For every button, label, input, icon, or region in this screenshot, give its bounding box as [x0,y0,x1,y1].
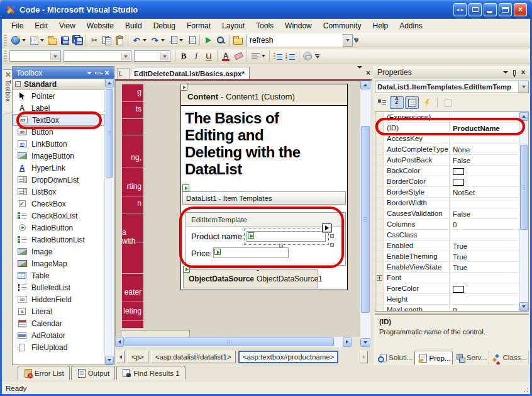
redo-button[interactable]: ↷ [148,34,161,47]
property-row[interactable]: CausesValidationFalse [375,208,519,219]
target-rule-combo[interactable] [9,50,61,62]
align-left-button[interactable] [249,50,262,62]
property-value[interactable]: NotSet [450,187,519,197]
property-value[interactable] [450,112,519,122]
panel-tab-classview[interactable]: Class... [489,351,529,365]
save-all-button[interactable] [71,34,84,47]
property-value[interactable]: ProductName [450,123,519,133]
menu-item-community[interactable]: Community [318,20,367,31]
nav-link-fragment[interactable]: leting [123,307,141,315]
window-position-button[interactable] [501,68,510,77]
property-value[interactable] [450,273,519,283]
cut-button[interactable]: ✂ [88,34,101,47]
property-row[interactable]: BorderStyleNotSet [375,187,519,198]
view-in-browser-button[interactable] [214,34,227,47]
bulleted-list-button[interactable] [272,50,284,62]
toolbox-item-literal[interactable]: aLiteral [13,305,104,317]
save-button[interactable] [58,34,71,47]
toolbox-item-button[interactable]: abButton [13,126,104,138]
auto-hide-pin-button[interactable] [510,68,519,77]
find-in-files-button[interactable] [231,34,244,47]
find-combo-input[interactable] [247,34,343,47]
panel-tab-solution[interactable]: Soluti... [375,351,414,365]
toolbox-item-radiobutton[interactable]: RadioButton [13,222,104,234]
window-popout-button[interactable] [468,3,482,16]
property-row[interactable]: AccessKey [375,133,519,144]
toolbar-grip[interactable] [4,35,7,46]
nav-link-fragment[interactable]: ts [136,105,141,113]
start-debugging-button[interactable] [202,34,214,47]
panel-tab-server[interactable]: Serv... [453,351,489,365]
menu-item-format[interactable]: Format [181,20,216,31]
toolbar-overflow-button[interactable] [315,54,319,59]
object-selector-combo[interactable]: DataList1.ItemTemplates.EditItemTemp [375,81,529,93]
toolbox-autohide-tab[interactable]: Toolbox [3,69,13,113]
navigate-backward-dropdown[interactable] [179,39,183,42]
edit-item-template-box[interactable]: EditItemTemplate Product name: [186,212,346,266]
product-name-textbox[interactable] [247,231,326,242]
open-file-button[interactable] [46,34,58,47]
property-value[interactable]: True [450,240,519,251]
toolbox-item-checkboxlist[interactable]: CheckBoxList [13,210,104,222]
editor-horizontal-scrollbar[interactable] [115,337,352,347]
foreground-color-button[interactable]: A [219,50,232,62]
toolbar-overflow-button[interactable] [354,38,358,43]
toolbox-item-bulletedlist[interactable]: BulletedList [13,281,104,293]
menu-item-layout[interactable]: Layout [216,20,250,31]
new-website-button[interactable] [9,34,22,47]
paste-button[interactable] [113,34,126,47]
menu-item-website[interactable]: Website [81,20,119,31]
scroll-up-button[interactable] [105,79,114,88]
object-selector-dropdown[interactable] [518,81,528,93]
property-row[interactable]: (Expressions) [375,112,519,123]
menu-item-debug[interactable]: Debug [148,20,181,31]
property-value[interactable]: False [450,208,519,218]
dock-tab-errorlist[interactable]: Error List [18,366,70,380]
numbered-list-button[interactable] [284,50,297,62]
property-row[interactable]: (ID)ProductName [375,123,519,133]
property-value[interactable]: 0 [450,219,519,229]
toolbox-item-image[interactable]: Image [13,246,104,257]
property-value[interactable]: True [450,262,519,272]
panel-tab-propsheet[interactable]: Prop... [414,351,452,365]
underline-button[interactable]: U [202,50,215,62]
copy-button[interactable] [101,34,113,47]
toolbox-scrollbar[interactable] [104,79,114,365]
redo-dropdown[interactable] [161,39,165,42]
menu-item-help[interactable]: Help [367,20,394,31]
price-textbox[interactable] [213,247,289,258]
scroll-left-button[interactable] [115,337,124,347]
scroll-up-button[interactable] [360,81,370,89]
scroll-right-button[interactable] [343,337,352,347]
toolbox-item-adrotator[interactable]: AdRotator [13,329,104,341]
property-row[interactable]: Height [375,294,519,305]
find-combo[interactable] [247,34,353,47]
font-name-combo[interactable] [64,50,131,62]
toolbox-item-hiddenfield[interactable]: ablHiddenField [13,293,104,305]
property-row[interactable]: BorderWidth [375,198,519,208]
maximize-button[interactable] [499,3,512,16]
objectdatasource-control[interactable]: ObjectDataSource - ObjectDataSource1 [183,269,318,288]
property-row[interactable]: ForeColor [375,283,519,294]
italic-button[interactable]: I [190,50,202,62]
hyperlink-button[interactable] [301,50,314,62]
expand-icon[interactable] [377,275,382,281]
property-value[interactable]: True [450,251,519,261]
menu-item-window[interactable]: Window [279,20,318,31]
document-list-dropdown[interactable] [357,69,362,77]
nav-link-fragment[interactable]: a with [122,228,141,246]
designer-page[interactable]: Content - Content1 (Custom) The Basics o… [180,84,348,290]
toolbox-item-dropdownlist[interactable]: DropDownList [13,174,104,186]
toolbox-close-button[interactable]: × [103,69,111,77]
toolbox-item-fileupload[interactable]: FileUpload [13,341,104,353]
property-row[interactable]: MaxLength0 [375,305,519,312]
scrollbar-thumb[interactable] [125,337,334,346]
toolbox-item-imagebutton[interactable]: ImageButton [13,150,104,162]
property-row[interactable]: EnableThemingTrue [375,251,519,262]
property-row[interactable]: Font [375,273,519,283]
toolbox-item-hyperlink[interactable]: AHyperLink [13,162,104,174]
dock-tab-findresults[interactable]: Find Results 1 [116,366,186,380]
window-position-button[interactable] [85,69,94,77]
navigate-backward-button[interactable]: ← [167,34,179,47]
bold-button[interactable]: B [177,50,190,62]
